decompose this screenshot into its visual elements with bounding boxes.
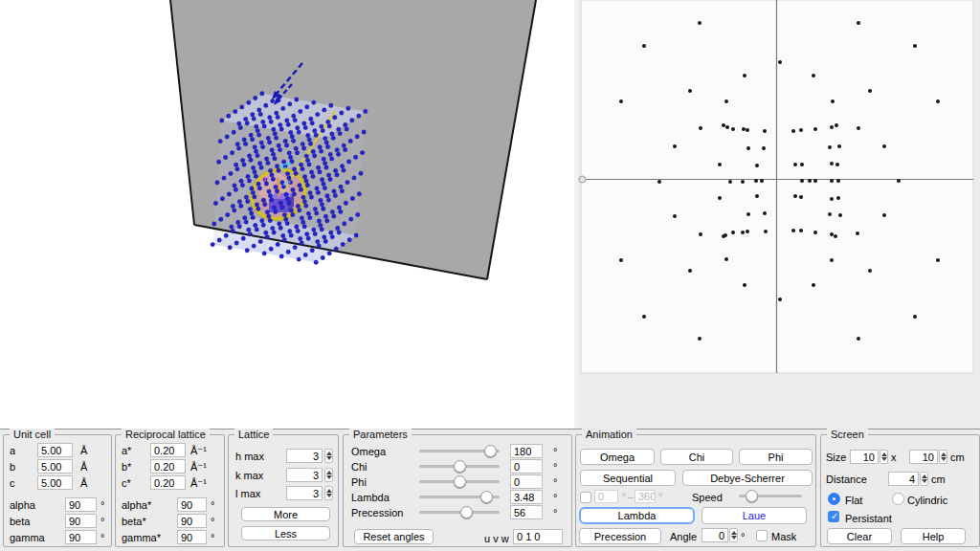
lattice-dot [273,132,277,136]
speed-slider-thumb[interactable] [746,490,758,502]
diffraction-pattern-view[interactable] [578,0,980,429]
chi-field[interactable]: 0 [510,459,543,474]
diffraction-spot [731,127,735,131]
beta-field[interactable]: 90 [65,514,97,528]
lattice-dot [333,116,337,120]
phi-label: Phi [351,476,367,488]
bstar-field[interactable]: 0.20 [150,459,186,474]
distance-field[interactable]: 4 [888,472,919,486]
debye-scherrer-button[interactable]: Debye-Scherrer [682,470,813,486]
lattice-title: Lattice [234,429,273,440]
lattice-dot [257,108,261,112]
lambda-slider-thumb[interactable] [480,491,493,503]
kmax-stepper[interactable] [324,468,333,482]
3d-lattice-view[interactable]: c* b* a* [0,0,574,429]
help-button[interactable]: Help [901,528,966,544]
b-field[interactable]: 5.00 [37,459,73,474]
astar-field[interactable]: 0.20 [150,443,186,457]
lattice-dot [325,144,329,148]
lattice-dot [256,182,260,186]
diffraction-spot [754,179,758,183]
lattice-dot [300,241,303,245]
reciprocal-lattice-title: Reciprocal lattice [122,429,210,440]
axis-drag-handle[interactable] [579,176,586,183]
speed-slider[interactable] [739,490,802,502]
phi-field[interactable]: 0 [510,474,543,489]
chi-slider[interactable] [419,460,500,473]
range-checkbox[interactable] [580,492,591,503]
lambda-slider[interactable] [419,491,500,503]
lattice-dot [256,153,259,157]
diffraction-spot [731,231,735,234]
gammastar-unit: ° [211,532,214,543]
a-label: a [10,445,15,456]
animate-phi-button[interactable]: Phi [739,449,813,465]
reset-angles-button[interactable]: Reset angles [354,529,434,544]
precession-slider[interactable] [419,506,500,518]
distance-stepper[interactable] [920,472,928,486]
precession-slider-thumb[interactable] [460,506,473,518]
flat-radio[interactable] [828,493,840,505]
hmax-stepper[interactable] [324,449,333,463]
diffraction-spot [808,179,812,183]
size-width-stepper[interactable] [880,450,888,464]
more-button[interactable]: More [241,507,330,521]
phi-slider[interactable] [419,475,500,488]
angle-field[interactable]: 0 [702,528,728,542]
kmax-field[interactable]: 3 [286,468,323,482]
laue-mode-button[interactable]: Laue [702,507,807,524]
animate-omega-button[interactable]: Omega [580,449,655,465]
lattice-dot [271,152,275,156]
alphastar-field[interactable]: 90 [177,497,207,512]
lambda-mode-button[interactable]: Lambda [579,507,695,524]
lattice-dot [354,233,358,237]
omega-slider[interactable] [419,445,500,457]
precession-mode-button[interactable]: Precession [579,528,661,544]
clear-button[interactable]: Clear [827,528,892,544]
c-field[interactable]: 5.00 [37,475,73,490]
less-button[interactable]: Less [241,526,330,540]
size-height-field[interactable]: 10 [909,450,938,464]
lambda-label: Lambda [351,492,390,503]
cstar-field[interactable]: 0.20 [150,475,186,490]
lattice-dot [326,173,330,177]
lattice-dot [309,195,313,199]
animate-chi-button[interactable]: Chi [660,449,733,465]
precession-field[interactable]: 56 [510,505,543,519]
lattice-dot [228,246,232,250]
sequential-button[interactable]: Sequential [580,470,676,486]
range-to-field[interactable]: 360 [635,490,656,503]
lattice-dot [320,203,323,207]
lattice-dot [288,102,292,106]
angle-stepper[interactable] [729,528,738,542]
lattice-dot [223,155,227,159]
chi-slider-thumb[interactable] [454,460,466,473]
betastar-field[interactable]: 90 [177,514,207,528]
gammastar-field[interactable]: 90 [177,530,207,544]
diffraction-spot [936,258,940,262]
a-field[interactable]: 5.00 [37,443,73,457]
cylindric-radio[interactable] [892,493,904,505]
lambda-field[interactable]: 3.48 [510,490,543,504]
phi-slider-thumb[interactable] [454,475,466,488]
range-from-field[interactable]: 0 [594,490,618,503]
persistant-checkbox[interactable] [828,511,839,522]
diffraction-spot [746,128,749,132]
diffraction-spot [688,89,692,93]
diffraction-spot [812,283,815,287]
lattice-dot [290,160,294,164]
mask-checkbox[interactable] [756,530,768,541]
precession-unit: ° [553,507,557,518]
size-width-field[interactable]: 10 [850,450,879,464]
omega-slider-thumb[interactable] [484,445,497,457]
lattice-dot [282,238,286,242]
uvw-field[interactable]: 0 1 0 [513,529,563,544]
lmax-stepper[interactable] [324,486,333,500]
gamma-field[interactable]: 90 [65,530,97,544]
astar-axis-label: a* [262,174,270,183]
size-height-stepper[interactable] [939,450,947,464]
hmax-field[interactable]: 3 [286,449,323,463]
alpha-field[interactable]: 90 [65,497,97,512]
omega-field[interactable]: 180 [510,444,543,458]
lmax-field[interactable]: 3 [286,486,323,500]
